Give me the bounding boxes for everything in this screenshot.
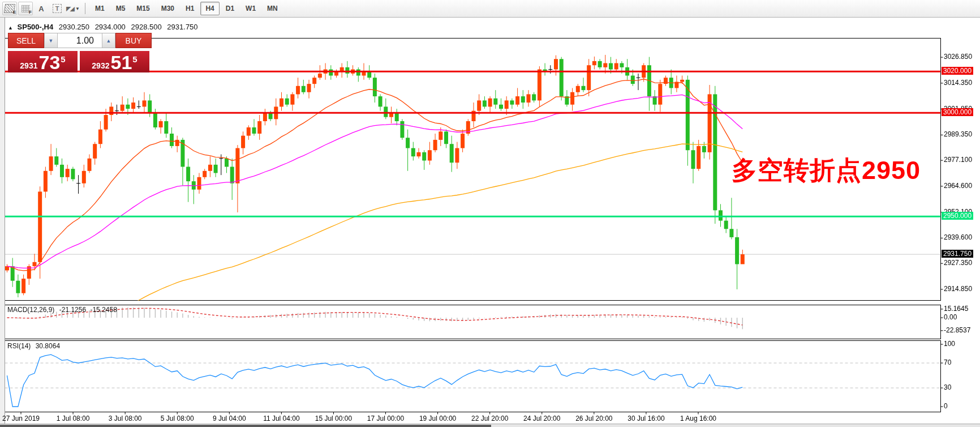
rsi-tick-label: 30 — [944, 383, 951, 391]
macd-value: -21.1256 — [59, 306, 86, 314]
open-value: 2930.250 — [59, 23, 89, 31]
chevron-down-icon: ▼ — [75, 6, 80, 11]
timeframe-button-m5[interactable]: M5 — [111, 2, 131, 15]
text-label-icon: A — [38, 5, 44, 13]
date-tick-label: 1 Aug 16:00 — [673, 415, 724, 422]
collapse-quotes-icon[interactable]: ▲ — [8, 25, 13, 31]
timeframe-button-h4[interactable]: H4 — [200, 2, 219, 15]
price-level-badge: 2931.750 — [942, 250, 973, 258]
date-tick-label: 26 Jul 20:00 — [569, 415, 620, 422]
volume-spinner: ▼ 1.00 ▲ — [44, 33, 115, 48]
buy-button[interactable]: BUY — [115, 33, 152, 48]
chart-text-annotation: 多空转折点2950 — [732, 153, 921, 187]
sell-price-box[interactable]: 2931 73 5 — [8, 51, 78, 72]
price-tick-label: 3014.350 — [944, 79, 972, 87]
date-tick-label: 3 Jul 08:00 — [100, 415, 151, 422]
cursor-arrows-icon: ◤◢ — [66, 5, 74, 12]
grid-button[interactable]: F — [18, 2, 33, 15]
price-tick-label: 2977.100 — [944, 156, 972, 164]
date-tick-label: 19 Jul 00:00 — [412, 415, 463, 422]
date-tick-label: 1 Jul 08:00 — [48, 415, 98, 422]
timeframe-button-w1[interactable]: W1 — [240, 2, 261, 15]
macd-tick-label: 15.1645 — [944, 305, 968, 313]
date-tick-label: 30 Jul 16:00 — [621, 415, 672, 422]
date-tick-label: 22 Jul 20:00 — [465, 415, 515, 422]
chart-window: ▲ SP500-,H4 2930.250 2934.000 2928.500 2… — [0, 18, 980, 427]
buy-price-main: 51 — [110, 53, 132, 71]
grid-letter: F — [29, 10, 32, 15]
rsi-tick-label: 0 — [944, 402, 948, 410]
timeframe-button-mn[interactable]: MN — [262, 2, 283, 15]
volume-increase-button[interactable]: ▲ — [102, 33, 115, 48]
timeframe-button-h1[interactable]: H1 — [180, 2, 199, 15]
price-level-badge: 3000.000 — [942, 108, 973, 116]
volume-input[interactable]: 1.00 — [58, 33, 102, 48]
date-tick-label: 24 Jul 20:00 — [517, 415, 568, 422]
toolbar: E F A T ◤◢ ▼ M1M5M15M30H1H4D1W1MN — [0, 0, 980, 18]
sell-button[interactable]: SELL — [8, 33, 44, 48]
buy-price-sup: 5 — [132, 51, 137, 68]
macd-indicator-label: MACD(12,26,9) -21.1256 -15.2458 — [7, 306, 117, 314]
price-tick-label: 2939.600 — [944, 233, 972, 241]
high-value: 2934.000 — [95, 23, 126, 31]
timeframe-button-m1[interactable]: M1 — [90, 2, 110, 15]
rsi-name: RSI(14) — [7, 342, 31, 350]
indicators-button[interactable]: E — [2, 2, 17, 15]
one-click-trading-widget: SELL ▼ 1.00 ▲ BUY 2931 73 5 2932 51 5 — [8, 33, 152, 72]
price-tick-label: 2927.350 — [944, 259, 972, 267]
text-box-icon: T — [53, 4, 62, 13]
buy-price-prefix: 2932 — [92, 60, 109, 71]
sell-price-prefix: 2931 — [20, 60, 37, 71]
macd-signal-value: -15.2458 — [90, 306, 117, 314]
macd-tick-label: -22.8537 — [944, 326, 970, 334]
timeframe-button-d1[interactable]: D1 — [221, 2, 239, 15]
close-value: 2931.750 — [167, 23, 197, 31]
scrollbar-thumb[interactable] — [0, 425, 491, 427]
volume-decrease-button[interactable]: ▼ — [44, 33, 58, 48]
buy-price-box[interactable]: 2932 51 5 — [80, 51, 149, 72]
date-tick-label: 11 Jul 04:00 — [256, 415, 307, 422]
ohlc-readout: ▲ SP500-,H4 2930.250 2934.000 2928.500 2… — [8, 23, 201, 31]
low-value: 2928.500 — [131, 23, 161, 31]
rsi-tick-label: 100 — [944, 340, 955, 348]
date-tick-label: 9 Jul 04:00 — [204, 415, 255, 422]
toolbar-separator — [85, 3, 85, 14]
text-box-button[interactable]: T — [50, 2, 65, 15]
indicator-letter: E — [13, 10, 16, 15]
date-tick-label: 5 Jul 08:00 — [152, 415, 203, 422]
price-level-badge: 3020.000 — [942, 67, 973, 75]
timeframe-button-m15[interactable]: M15 — [131, 2, 154, 15]
sell-price-main: 73 — [38, 53, 60, 71]
symbol-period-label: SP500-,H4 — [18, 23, 54, 31]
date-tick-label: 27 Jun 2019 — [0, 415, 46, 422]
horizontal-scrollbar[interactable] — [0, 424, 980, 427]
timeframe-button-m30[interactable]: M30 — [156, 2, 179, 15]
rsi-indicator-label: RSI(14) 30.8064 — [7, 342, 60, 350]
window-left-gutter — [0, 18, 5, 427]
price-tick-label: 3026.850 — [944, 53, 972, 61]
macd-name: MACD(12,26,9) — [7, 306, 54, 314]
text-label-button[interactable]: A — [34, 2, 49, 15]
price-level-badge: 2950.000 — [942, 212, 973, 220]
price-tick-label: 2989.350 — [944, 130, 972, 138]
cursor-tools-button[interactable]: ◤◢ ▼ — [66, 2, 80, 15]
sell-price-sup: 5 — [61, 51, 65, 68]
price-tick-label: 2964.600 — [944, 182, 972, 190]
rsi-value: 30.8064 — [36, 342, 60, 350]
date-tick-label: 17 Jul 00:00 — [360, 415, 411, 422]
chart-canvas[interactable] — [0, 18, 980, 427]
date-tick-label: 15 Jul 00:00 — [308, 415, 359, 422]
price-tick-label: 2914.850 — [944, 285, 972, 293]
macd-tick-label: 0.00 — [944, 313, 957, 321]
timeframe-group: M1M5M15M30H1H4D1W1MN — [90, 2, 283, 15]
rsi-tick-label: 70 — [944, 358, 951, 366]
